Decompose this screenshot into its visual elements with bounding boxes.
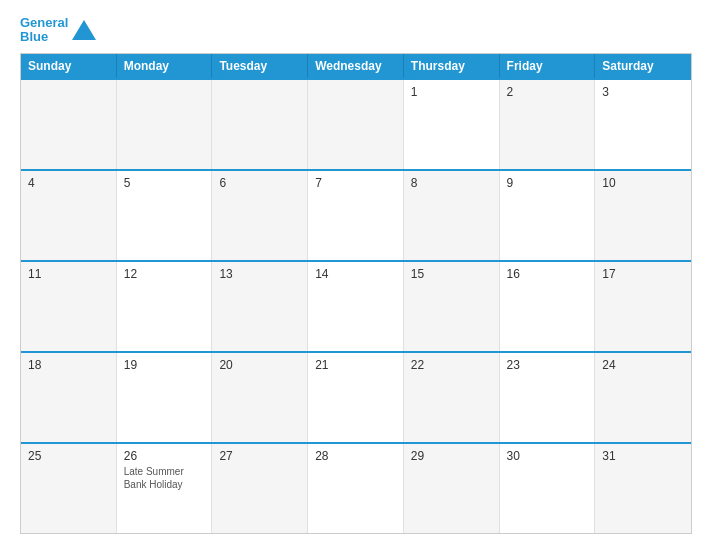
holiday-label: Late Summer Bank Holiday	[124, 465, 205, 491]
header-cell-saturday: Saturday	[595, 54, 691, 78]
header-cell-monday: Monday	[117, 54, 213, 78]
logo-text-line2: Blue	[20, 30, 68, 44]
cal-cell-19: 19	[117, 353, 213, 442]
cal-cell-empty	[212, 80, 308, 169]
cal-cell-23: 23	[500, 353, 596, 442]
cal-cell-4: 4	[21, 171, 117, 260]
week-row-2: 11121314151617	[21, 260, 691, 351]
svg-marker-0	[72, 20, 96, 40]
cal-cell-empty	[308, 80, 404, 169]
cal-cell-28: 28	[308, 444, 404, 533]
week-row-4: 2526Late Summer Bank Holiday2728293031	[21, 442, 691, 533]
day-number: 28	[315, 449, 396, 463]
header-cell-tuesday: Tuesday	[212, 54, 308, 78]
cal-cell-24: 24	[595, 353, 691, 442]
day-number: 25	[28, 449, 109, 463]
day-number: 29	[411, 449, 492, 463]
day-number: 26	[124, 449, 205, 463]
day-number: 11	[28, 267, 109, 281]
cal-cell-empty	[21, 80, 117, 169]
day-number: 9	[507, 176, 588, 190]
day-number: 13	[219, 267, 300, 281]
cal-cell-16: 16	[500, 262, 596, 351]
cal-cell-10: 10	[595, 171, 691, 260]
day-number: 27	[219, 449, 300, 463]
day-number: 16	[507, 267, 588, 281]
day-number: 12	[124, 267, 205, 281]
cal-cell-6: 6	[212, 171, 308, 260]
cal-cell-29: 29	[404, 444, 500, 533]
day-number: 24	[602, 358, 684, 372]
cal-cell-3: 3	[595, 80, 691, 169]
cal-cell-7: 7	[308, 171, 404, 260]
logo-text-line1: General	[20, 16, 68, 30]
cal-cell-31: 31	[595, 444, 691, 533]
logo-blue: Blue	[20, 29, 48, 44]
day-number: 15	[411, 267, 492, 281]
cal-cell-27: 27	[212, 444, 308, 533]
day-number: 17	[602, 267, 684, 281]
calendar-grid: SundayMondayTuesdayWednesdayThursdayFrid…	[20, 53, 692, 534]
cal-cell-21: 21	[308, 353, 404, 442]
day-number: 7	[315, 176, 396, 190]
cal-cell-5: 5	[117, 171, 213, 260]
logo-icon	[70, 16, 98, 44]
day-number: 31	[602, 449, 684, 463]
logo: General Blue	[20, 16, 98, 45]
calendar-body: 1234567891011121314151617181920212223242…	[21, 78, 691, 533]
cal-cell-8: 8	[404, 171, 500, 260]
cal-cell-17: 17	[595, 262, 691, 351]
day-number: 30	[507, 449, 588, 463]
cal-cell-empty	[117, 80, 213, 169]
cal-cell-18: 18	[21, 353, 117, 442]
day-number: 5	[124, 176, 205, 190]
cal-cell-15: 15	[404, 262, 500, 351]
cal-cell-12: 12	[117, 262, 213, 351]
week-row-3: 18192021222324	[21, 351, 691, 442]
day-number: 3	[602, 85, 684, 99]
day-number: 10	[602, 176, 684, 190]
cal-cell-30: 30	[500, 444, 596, 533]
week-row-1: 45678910	[21, 169, 691, 260]
day-number: 19	[124, 358, 205, 372]
header-cell-wednesday: Wednesday	[308, 54, 404, 78]
header-cell-sunday: Sunday	[21, 54, 117, 78]
cal-cell-25: 25	[21, 444, 117, 533]
day-number: 2	[507, 85, 588, 99]
page-header: General Blue	[20, 16, 692, 45]
day-number: 21	[315, 358, 396, 372]
day-number: 14	[315, 267, 396, 281]
day-number: 6	[219, 176, 300, 190]
calendar-page: General Blue SundayMondayTuesdayWednesda…	[0, 0, 712, 550]
day-number: 20	[219, 358, 300, 372]
cal-cell-1: 1	[404, 80, 500, 169]
calendar-header-row: SundayMondayTuesdayWednesdayThursdayFrid…	[21, 54, 691, 78]
day-number: 22	[411, 358, 492, 372]
day-number: 8	[411, 176, 492, 190]
logo-general: General	[20, 15, 68, 30]
cal-cell-9: 9	[500, 171, 596, 260]
day-number: 1	[411, 85, 492, 99]
cal-cell-22: 22	[404, 353, 500, 442]
day-number: 4	[28, 176, 109, 190]
cal-cell-13: 13	[212, 262, 308, 351]
header-cell-thursday: Thursday	[404, 54, 500, 78]
day-number: 18	[28, 358, 109, 372]
week-row-0: 123	[21, 78, 691, 169]
header-cell-friday: Friday	[500, 54, 596, 78]
cal-cell-2: 2	[500, 80, 596, 169]
cal-cell-26: 26Late Summer Bank Holiday	[117, 444, 213, 533]
day-number: 23	[507, 358, 588, 372]
cal-cell-11: 11	[21, 262, 117, 351]
cal-cell-20: 20	[212, 353, 308, 442]
cal-cell-14: 14	[308, 262, 404, 351]
